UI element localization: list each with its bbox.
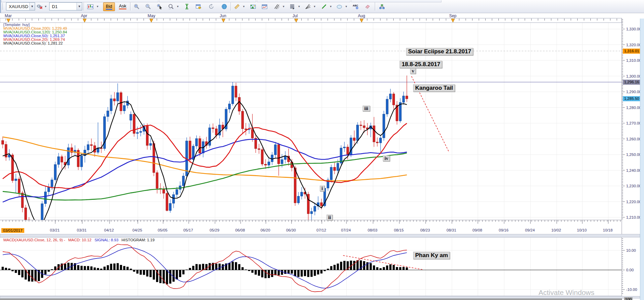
month-label: Mar <box>5 13 12 18</box>
date-tick-label: 07/24 <box>341 228 351 232</box>
date-tick-label: 09/16 <box>499 228 509 232</box>
candles[interactable] <box>2 76 408 242</box>
date-tick-label: 08/15 <box>394 228 404 232</box>
annotation-solar[interactable]: Soiar Eciipse 21.8.2017 <box>406 48 473 55</box>
date-tick-label: 10/10 <box>577 228 587 232</box>
price-tick-label: 1,300.00 <box>626 74 641 78</box>
price-tick-label: 1,260.00 <box>626 137 641 141</box>
chart-start-date-label: 03/01/2017 <box>1 228 24 233</box>
price-tick-label: 1,280.00 <box>626 106 641 110</box>
date-tick-label: 10/18 <box>603 228 613 232</box>
wave-label[interactable]: v <box>410 68 416 74</box>
price-tick-label: 1,270.00 <box>626 121 641 125</box>
month-label: Jun <box>220 13 226 18</box>
date-tick-label: 06/20 <box>260 228 270 232</box>
price-tick-label: 1,240.00 <box>626 168 641 172</box>
date-tick-label: 07/12 <box>316 228 326 232</box>
month-label: Sep <box>449 13 456 18</box>
price-tick-label: 1,250.00 <box>626 153 641 157</box>
wave-label[interactable]: iv <box>383 156 390 161</box>
date-tick-label: 09/24 <box>525 228 535 232</box>
right-edge-strip <box>640 19 644 300</box>
chart-canvas[interactable] <box>0 0 644 300</box>
top-tick-strip <box>0 18 622 23</box>
price-tick-label: 1,290.00 <box>626 90 641 94</box>
month-label: Jul <box>293 13 298 18</box>
date-tick-label: 04/25 <box>132 228 142 232</box>
wave-label[interactable]: iii <box>363 106 370 111</box>
price-tick-label: 1,310.00 <box>626 58 641 62</box>
price-tick-label: 1,210.00 <box>626 215 641 219</box>
date-tick-label: 05/17 <box>183 228 193 232</box>
price-tick-label: 1,230.00 <box>626 184 641 188</box>
month-label: Apr <box>81 13 87 18</box>
date-tick-label: 04/12 <box>104 228 114 232</box>
macd-legend: MACD(XAU/USD.Close, 12, 26, 9) -MACD: 10… <box>3 238 158 242</box>
date-tick-label: 03/31 <box>77 228 87 232</box>
date-tick-label: 03/21 <box>50 228 60 232</box>
date-tick-label: 06/08 <box>235 228 245 232</box>
price-tick-label: 1,320.00 <box>626 43 641 47</box>
date-tick-label: 08/03 <box>368 228 377 232</box>
panel-splitter[interactable] <box>0 296 640 298</box>
price-tick-label: 1,330.00 <box>626 27 641 31</box>
legend-item: MVA(XAU/USD.Close,5): 1,281.22 <box>3 42 67 45</box>
date-tick-label: 05/29 <box>210 228 219 232</box>
macd-tick-label: 10.00 <box>626 248 636 252</box>
date-tick-label: 06/30 <box>286 228 296 232</box>
macd-panel <box>0 244 622 292</box>
annotation-range[interactable]: 18.8-25.8.2017 <box>400 61 442 68</box>
macd-legend-part: MACD(XAU/USD.Close, 12, 26, 9) - <box>3 238 65 242</box>
macd-tick-label: 0.00 <box>626 268 634 272</box>
date-tick-label: 08/31 <box>447 228 456 232</box>
moving-averages <box>3 102 407 228</box>
price-tick-label: 1,220.00 <box>626 200 641 204</box>
annotation-kangaroo[interactable]: Kangaroo Tail <box>413 84 455 92</box>
date-tick-label: 05/05 <box>158 228 167 232</box>
date-tick-label: 09/08 <box>472 228 482 232</box>
date-tick-label: 08/23 <box>420 228 430 232</box>
date-tick-label: 10/02 <box>551 228 561 232</box>
wave-label[interactable]: i <box>320 186 325 191</box>
annotation-macd[interactable]: Phan Ky am <box>413 252 450 259</box>
next-panel-label: 100 <box>624 297 633 300</box>
macd-legend-part: MACD: 10.12 <box>68 238 91 242</box>
macd-tick-label: -10.00 <box>626 288 637 292</box>
trading-platform-window: XAU/USD ▼ ▼ D1 ▼ ▼ <box>0 0 644 300</box>
wave-label[interactable]: ii <box>327 215 333 220</box>
indicator-legend: [Template: huy] MVA(XAU/USD.Close,200): … <box>3 23 67 45</box>
panel-splitter[interactable] <box>0 234 640 237</box>
month-label: Aug <box>358 13 365 18</box>
macd-legend-part: HISTOGRAM: 1.19 <box>121 238 154 242</box>
month-label: May <box>148 13 155 18</box>
macd-legend-part: SIGNAL: 8.93 <box>94 238 118 242</box>
